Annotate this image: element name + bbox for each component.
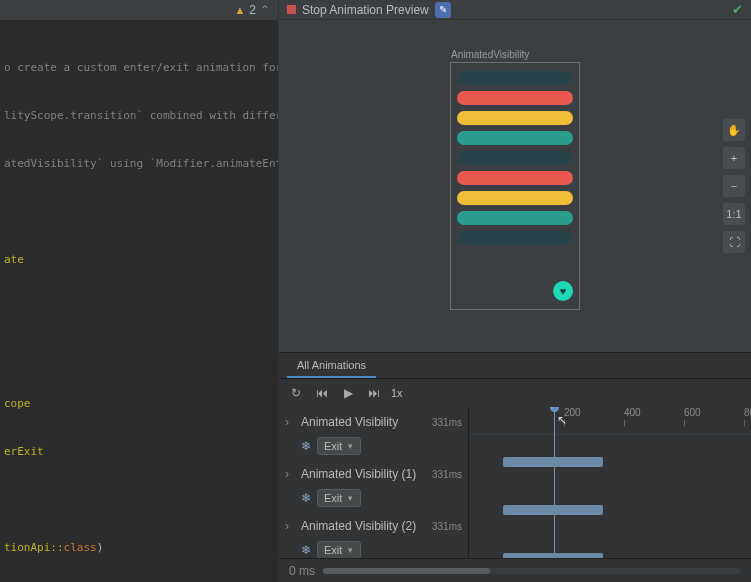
- preview-bar: [457, 171, 573, 185]
- preview-pane: Stop Animation Preview ✎ ✔ AnimatedVisib…: [278, 0, 751, 582]
- pan-tool-button[interactable]: ✋: [723, 119, 745, 141]
- chevron-down-icon: ▼: [346, 494, 354, 503]
- animation-list: › Animated Visibility 331ms ❄ Exit▼ › An…: [279, 407, 469, 558]
- state-select[interactable]: Exit▼: [317, 541, 361, 558]
- state-select[interactable]: Exit▼: [317, 489, 361, 507]
- chevron-right-icon: ›: [285, 519, 295, 533]
- warning-count: 2: [249, 3, 256, 17]
- timeline-ruler[interactable]: 200 400 600 800 1000: [469, 407, 751, 435]
- animation-tabs: All Animations: [279, 353, 751, 379]
- warning-icon: ▲: [234, 4, 245, 16]
- timeline-scrollbar[interactable]: [323, 568, 741, 574]
- magic-wand-icon[interactable]: ✎: [435, 2, 451, 18]
- code-editor-pane: ▲ 2 ⌃ o create a custom enter/exit anima…: [0, 0, 278, 582]
- preview-bar: [457, 131, 573, 145]
- animation-duration: 331ms: [432, 469, 462, 480]
- animation-entry: › Animated Visibility (2) 331ms ❄ Exit▼: [279, 515, 468, 558]
- stop-icon[interactable]: [287, 5, 296, 14]
- animation-entry-header[interactable]: › Animated Visibility 331ms: [285, 411, 462, 433]
- playback-bar: ↻ ⏮ ▶ ⏭ 1x: [279, 379, 751, 407]
- preview-bar: [457, 211, 573, 225]
- animation-entry: › Animated Visibility (1) 331ms ❄ Exit▼: [279, 463, 468, 511]
- preview-bar: [457, 111, 573, 125]
- state-select[interactable]: Exit▼: [317, 437, 361, 455]
- track-bar[interactable]: [503, 457, 603, 467]
- speed-label[interactable]: 1x: [391, 387, 403, 399]
- build-success-icon: ✔: [732, 2, 743, 17]
- animations-panel: All Animations ↻ ⏮ ▶ ⏭ 1x › Animated Vis…: [279, 352, 751, 582]
- tab-all-animations[interactable]: All Animations: [287, 354, 376, 378]
- preview-title: Stop Animation Preview: [302, 3, 429, 17]
- zoom-out-button[interactable]: −: [723, 175, 745, 197]
- animation-name: Animated Visibility (1): [301, 467, 416, 481]
- animation-entry-header[interactable]: › Animated Visibility (1) 331ms: [285, 463, 462, 485]
- animations-footer: 0 ms: [279, 558, 751, 582]
- phone-preview-frame: AnimatedVisibility ♥: [450, 62, 580, 310]
- jump-end-button[interactable]: ⏭: [365, 384, 383, 402]
- preview-bar: [457, 191, 573, 205]
- zoom-reset-button[interactable]: 1:1: [723, 203, 745, 225]
- loop-button[interactable]: ↻: [287, 384, 305, 402]
- preview-bar: [457, 91, 573, 105]
- animation-entry-header[interactable]: › Animated Visibility (2) 331ms: [285, 515, 462, 537]
- chevron-right-icon: ›: [285, 467, 295, 481]
- preview-toolbar: Stop Animation Preview ✎ ✔: [279, 0, 751, 20]
- freeze-icon[interactable]: ❄: [301, 543, 311, 557]
- chevron-right-icon: ›: [285, 415, 295, 429]
- timeline-area[interactable]: 200 400 600 800 1000 ↖: [469, 407, 751, 558]
- preview-bar: [457, 71, 573, 85]
- chevron-down-icon: ▼: [346, 442, 354, 451]
- fab-heart-button[interactable]: ♥: [553, 281, 573, 301]
- phone-frame-label: AnimatedVisibility: [451, 49, 529, 60]
- zoom-in-button[interactable]: +: [723, 147, 745, 169]
- preview-bar: [457, 151, 573, 165]
- preview-canvas[interactable]: AnimatedVisibility ♥ ✋ + − 1:1 ⛶: [279, 20, 751, 352]
- animation-entry: › Animated Visibility 331ms ❄ Exit▼: [279, 411, 468, 459]
- inspections-caret-icon[interactable]: ⌃: [260, 3, 270, 17]
- freeze-icon[interactable]: ❄: [301, 491, 311, 505]
- code-editor[interactable]: o create a custom enter/exit animation f…: [0, 20, 278, 582]
- play-button[interactable]: ▶: [339, 384, 357, 402]
- track-row: [469, 435, 751, 483]
- freeze-icon[interactable]: ❄: [301, 439, 311, 453]
- canvas-tools: ✋ + − 1:1 ⛶: [723, 119, 745, 253]
- animation-name: Animated Visibility: [301, 415, 398, 429]
- preview-bar: [457, 231, 573, 245]
- animation-duration: 331ms: [432, 417, 462, 428]
- animation-duration: 331ms: [432, 521, 462, 532]
- track-bar[interactable]: [503, 505, 603, 515]
- animation-name: Animated Visibility (2): [301, 519, 416, 533]
- track-row: [469, 531, 751, 558]
- chevron-down-icon: ▼: [346, 546, 354, 555]
- track-bar[interactable]: [503, 553, 603, 558]
- zoom-fit-button[interactable]: ⛶: [723, 231, 745, 253]
- time-zero-label: 0 ms: [289, 564, 315, 578]
- track-row: [469, 483, 751, 531]
- jump-start-button[interactable]: ⏮: [313, 384, 331, 402]
- editor-header: ▲ 2 ⌃: [0, 0, 278, 20]
